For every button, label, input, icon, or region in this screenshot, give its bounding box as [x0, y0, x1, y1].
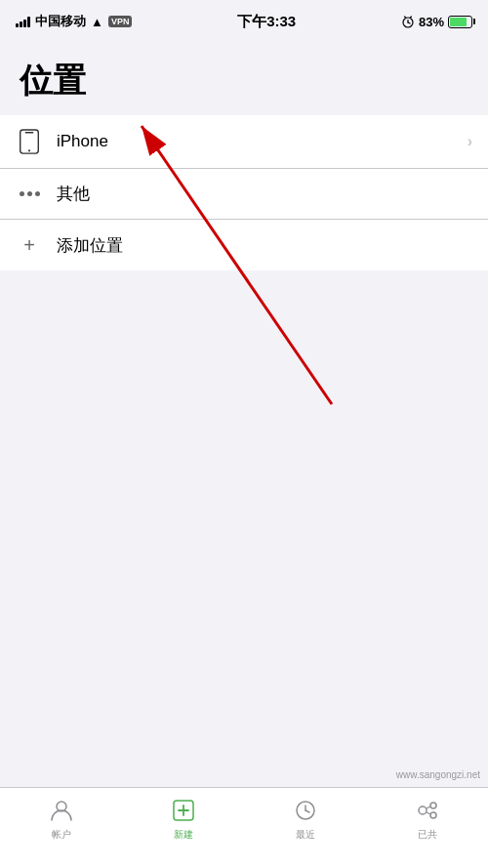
- svg-line-20: [427, 806, 430, 808]
- tab-shared-label: 已共: [418, 828, 437, 842]
- tab-bar: 帐户 新建 最近: [0, 787, 488, 868]
- tab-account-label: 帐户: [52, 828, 71, 842]
- dots-icon: [16, 191, 43, 196]
- status-right: 83%: [401, 15, 472, 29]
- shared-icon: [413, 796, 442, 825]
- alarm-icon: [401, 15, 415, 28]
- status-time: 下午3:33: [237, 13, 296, 31]
- svg-point-19: [430, 812, 436, 818]
- svg-point-18: [430, 803, 436, 808]
- phone-icon: [16, 129, 43, 154]
- tab-recent[interactable]: 最近: [244, 796, 366, 842]
- wifi-icon: ▲: [91, 15, 103, 29]
- other-label: 其他: [57, 183, 472, 205]
- tab-account[interactable]: 帐户: [0, 796, 122, 842]
- plus-icon: +: [16, 235, 43, 255]
- svg-line-16: [305, 810, 309, 812]
- page-title-area: 位置: [0, 43, 488, 115]
- signal-icon: [16, 16, 30, 27]
- tab-recent-label: 最近: [296, 828, 315, 842]
- svg-line-2: [408, 22, 410, 23]
- carrier-label: 中国移动: [35, 13, 86, 30]
- battery-icon: [448, 16, 472, 28]
- svg-point-17: [419, 806, 427, 814]
- add-location-list-item[interactable]: + 添加位置: [0, 220, 488, 270]
- account-icon: [47, 796, 76, 825]
- recent-icon: [291, 796, 320, 825]
- tab-new-label: 新建: [174, 828, 193, 842]
- tab-new[interactable]: 新建: [122, 796, 244, 842]
- status-bar: 中国移动 ▲ VPN 下午3:33 83%: [0, 0, 488, 43]
- svg-point-7: [28, 149, 30, 151]
- location-list: iPhone › 其他 + 添加位置: [0, 115, 488, 270]
- new-icon: [169, 796, 198, 825]
- chevron-icon: ›: [468, 133, 472, 150]
- tab-shared[interactable]: 已共: [366, 796, 488, 842]
- add-location-label: 添加位置: [57, 234, 472, 257]
- page-title: 位置: [20, 59, 468, 103]
- battery-percent: 83%: [419, 15, 444, 29]
- svg-line-4: [410, 17, 412, 18]
- iphone-list-item[interactable]: iPhone ›: [0, 115, 488, 169]
- iphone-label: iPhone: [57, 132, 468, 151]
- svg-line-3: [404, 17, 406, 18]
- svg-line-21: [427, 812, 430, 814]
- vpn-badge: VPN: [108, 16, 133, 27]
- watermark: www.sangongzi.net: [396, 769, 480, 780]
- other-list-item[interactable]: 其他: [0, 169, 488, 220]
- status-left: 中国移动 ▲ VPN: [16, 13, 132, 30]
- content-spacer: [0, 270, 488, 786]
